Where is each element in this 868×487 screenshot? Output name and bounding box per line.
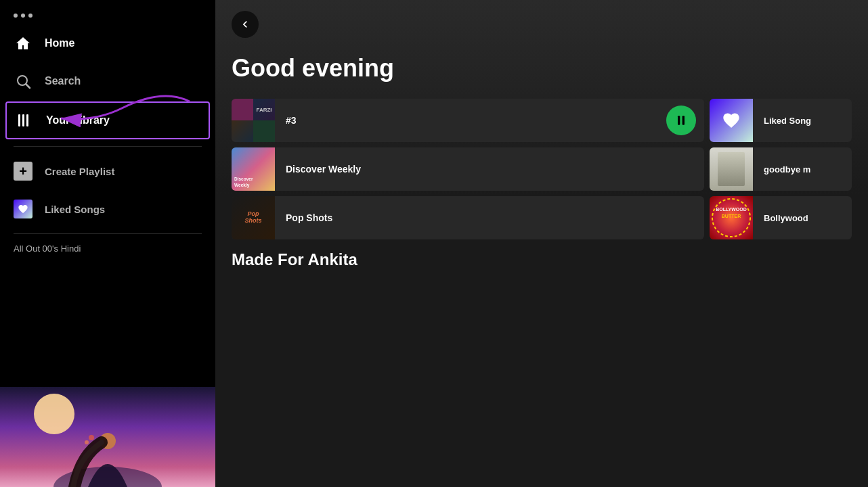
search-label: Search (45, 75, 81, 87)
collage-cell-1 (232, 99, 253, 120)
section-title-made-for: Made For Ankita (215, 245, 868, 280)
plus-icon: + (14, 162, 32, 181)
sidebar-item-search[interactable]: Search (0, 62, 215, 100)
liked-label: Liked Song (753, 116, 852, 126)
collage-cell-4 (253, 120, 275, 142)
more-options-menu[interactable] (0, 0, 215, 24)
sidebar-item-library[interactable]: Your Library (5, 101, 210, 139)
quick-item-bollywood[interactable]: BOLLYWOOD BUTTER Bollywood (710, 196, 852, 239)
popshots-label: Pop Shots (275, 212, 704, 223)
divider-1 (14, 146, 202, 147)
quick-item-discover[interactable]: DiscoverWeekly Discover Weekly (232, 147, 704, 191)
popshots-text: PopShots (244, 211, 261, 225)
sidebar-item-home[interactable]: Home (0, 24, 215, 62)
discover-thumb: DiscoverWeekly (232, 147, 275, 191)
dot-3 (28, 14, 32, 18)
collage-cell-3 (232, 120, 253, 142)
playlist3-label: #3 (275, 115, 666, 126)
svg-rect-2 (18, 114, 20, 126)
top-bar (215, 0, 868, 49)
home-icon (14, 34, 32, 53)
divider-2 (14, 233, 202, 234)
collage-cell-2: FARZI (253, 99, 275, 120)
goodbye-thumb (710, 147, 753, 191)
quick-item-popshots[interactable]: PopShots Pop Shots (232, 196, 704, 239)
create-playlist-label: Create Playlist (45, 166, 114, 177)
dot-2 (21, 14, 25, 18)
svg-rect-12 (678, 116, 680, 124)
back-button[interactable] (232, 11, 259, 38)
svg-text:BUTTER: BUTTER (722, 214, 741, 218)
album-art-bg (0, 387, 215, 487)
svg-text:BOLLYWOOD: BOLLYWOOD (716, 207, 747, 212)
goodbye-label: goodbye m (753, 164, 852, 175)
popshots-art: PopShots (232, 196, 275, 239)
search-icon (14, 72, 32, 91)
bollywood-art: BOLLYWOOD BUTTER (710, 196, 753, 239)
playlist3-collage: FARZI (232, 99, 275, 142)
bollywood-label: Bollywood (753, 213, 852, 223)
quick-item-liked[interactable]: Liked Song (710, 99, 852, 142)
discover-label: Discover Weekly (275, 164, 704, 175)
svg-point-9 (89, 435, 94, 440)
dot-1 (14, 14, 18, 18)
playlist-item[interactable]: All Out 00's Hindi (0, 239, 215, 258)
goodbye-art (710, 147, 753, 191)
create-playlist-button[interactable]: + Create Playlist (0, 152, 215, 190)
sidebar: Home Search Your Library + Create Playli… (0, 0, 215, 487)
svg-line-1 (26, 85, 30, 89)
discover-art: DiscoverWeekly (232, 147, 275, 191)
svg-rect-4 (26, 114, 28, 126)
svg-rect-13 (682, 116, 685, 124)
main-inner: Good evening FARZI (215, 0, 868, 487)
liked-thumb (710, 99, 753, 142)
album-art-preview (0, 387, 215, 487)
liked-songs-icon (14, 200, 32, 218)
quick-item-playlist3[interactable]: FARZI #3 (232, 99, 704, 142)
popshots-thumb: PopShots (232, 196, 275, 239)
greeting-text: Good evening (215, 49, 868, 99)
liked-art (710, 99, 753, 142)
svg-rect-3 (22, 114, 24, 126)
svg-point-6 (34, 394, 74, 434)
library-label: Your Library (46, 114, 110, 126)
liked-songs-label: Liked Songs (45, 204, 105, 215)
main-content: Good evening FARZI (215, 0, 868, 487)
pause-button-playlist3[interactable] (666, 106, 696, 135)
liked-songs-button[interactable]: Liked Songs (0, 190, 215, 228)
home-label: Home (45, 37, 74, 49)
svg-point-10 (85, 440, 89, 444)
playlist3-thumb: FARZI (232, 99, 275, 142)
bollywood-thumb: BOLLYWOOD BUTTER (710, 196, 753, 239)
quick-item-goodbye[interactable]: goodbye m (710, 147, 852, 191)
library-icon (15, 111, 34, 130)
